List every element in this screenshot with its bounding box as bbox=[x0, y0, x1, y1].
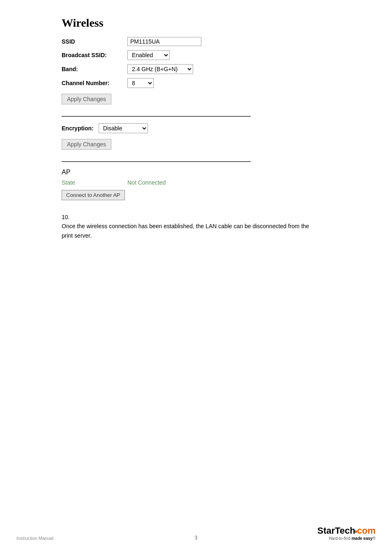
apply-changes-button-1[interactable]: Apply Changes bbox=[62, 94, 111, 104]
footer: Instruction Manual 3 StarTechcom Hard-to… bbox=[0, 525, 392, 541]
startech-tagline: Hard-to-find made easy® bbox=[317, 536, 376, 541]
band-row: Band: 2.4 GHz (B+G+N) 5 GHz bbox=[62, 64, 263, 74]
band-label: Band: bbox=[62, 66, 127, 72]
channel-row: Channel Number: 1234 567 8 91011 bbox=[62, 78, 263, 88]
footer-brand: StarTechcom Hard-to-find made easy® bbox=[317, 525, 376, 541]
divider-2 bbox=[62, 161, 251, 162]
encryption-section: Encryption: Disable WEP WPA-PSK WPA2-PSK… bbox=[62, 123, 263, 155]
tagline-reg: ® bbox=[373, 536, 376, 541]
band-select[interactable]: 2.4 GHz (B+G+N) 5 GHz bbox=[127, 64, 193, 74]
brand-star: Star bbox=[317, 525, 335, 536]
step-body: Once the wireless connection has been es… bbox=[62, 222, 316, 240]
state-label: State bbox=[62, 179, 127, 186]
ap-section: AP State Not Connected Connect to Anothe… bbox=[62, 169, 263, 200]
state-row: State Not Connected bbox=[62, 179, 263, 186]
wireless-form-section: SSID Broadcast SSID: Enabled Disabled Ba… bbox=[62, 37, 263, 109]
ssid-input[interactable] bbox=[127, 37, 201, 46]
tagline-bold: made easy bbox=[351, 536, 372, 541]
page-title: Wireless bbox=[62, 16, 263, 30]
divider-1 bbox=[62, 116, 251, 117]
encryption-label: Encryption: bbox=[62, 125, 94, 132]
footer-page-number: 3 bbox=[195, 535, 198, 541]
ap-title: AP bbox=[62, 169, 263, 176]
broadcast-select[interactable]: Enabled Disabled bbox=[127, 50, 170, 60]
tagline-text: Hard-to-find bbox=[329, 536, 352, 541]
broadcast-row: Broadcast SSID: Enabled Disabled bbox=[62, 50, 263, 60]
ssid-row: SSID bbox=[62, 37, 263, 46]
state-value: Not Connected bbox=[127, 179, 166, 186]
startech-logo: StarTechcom bbox=[317, 525, 376, 536]
brand-com: com bbox=[357, 525, 376, 536]
broadcast-label: Broadcast SSID: bbox=[62, 52, 127, 58]
step-10: 10.Once the wireless connection has been… bbox=[62, 213, 263, 240]
step-number: 10. bbox=[62, 213, 78, 222]
channel-select[interactable]: 1234 567 8 91011 bbox=[127, 78, 154, 88]
ssid-label: SSID bbox=[62, 38, 127, 45]
encryption-select[interactable]: Disable WEP WPA-PSK WPA2-PSK bbox=[99, 123, 148, 133]
encryption-row: Encryption: Disable WEP WPA-PSK WPA2-PSK bbox=[62, 123, 263, 133]
connect-to-another-ap-button[interactable]: Connect to Another AP bbox=[62, 190, 125, 200]
footer-manual-label: Instruction Manual bbox=[16, 536, 53, 541]
brand-tech: Tech bbox=[335, 525, 355, 536]
channel-label: Channel Number: bbox=[62, 80, 127, 86]
apply-changes-button-2[interactable]: Apply Changes bbox=[62, 139, 111, 150]
